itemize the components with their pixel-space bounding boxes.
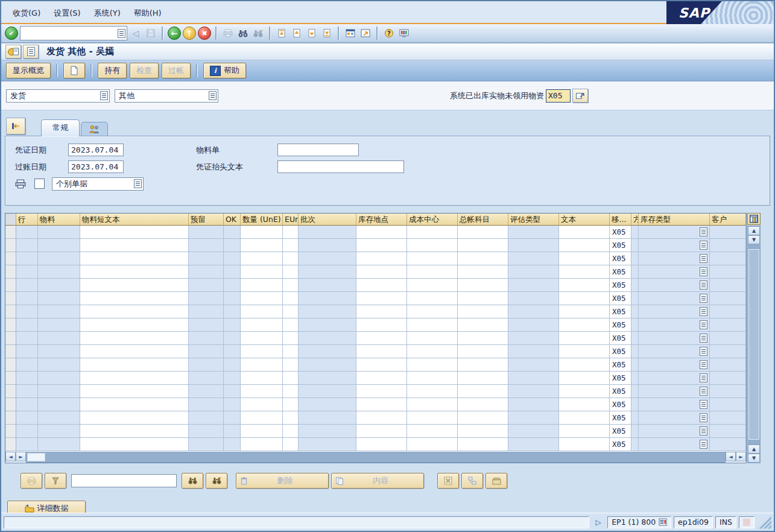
item-search-input[interactable] [71,474,177,487]
cell-gl_account[interactable] [458,332,508,345]
cell-valuation_type[interactable] [508,438,559,451]
cell-eun[interactable] [283,385,299,398]
cell-valuation_type[interactable] [508,398,559,411]
cell-ok[interactable] [224,398,241,411]
cell-direction[interactable] [631,425,639,438]
cell-batch[interactable] [299,252,356,265]
cell-direction[interactable] [631,398,639,411]
cell-material_short_text[interactable] [80,345,189,358]
cell-ok[interactable] [224,252,241,265]
row-selector[interactable] [5,358,16,372]
close-header-button[interactable] [6,118,25,135]
cell-ok[interactable] [224,345,241,358]
cell-gl_account[interactable] [458,372,508,385]
cell-stock_type[interactable] [639,332,710,345]
cell-batch[interactable] [299,239,356,252]
cell-movement_type[interactable]: X05 [610,398,631,411]
cell-movement_type[interactable]: X05 [610,372,631,385]
dropdown-icon[interactable] [134,179,142,188]
cell-line[interactable] [16,305,38,318]
row-selector[interactable] [5,425,16,438]
cell-quantity[interactable] [241,318,283,332]
dropdown-icon[interactable] [100,91,108,100]
cell-material_short_text[interactable] [80,279,189,292]
display-detail-button[interactable] [572,89,588,103]
column-header-storage_location[interactable]: 库存地点 [356,214,407,226]
menu-goods-receipt[interactable]: 收货(G) [6,5,47,23]
cell-ok[interactable] [224,425,241,438]
cell-movement_type[interactable]: X05 [610,252,631,265]
cell-storage_location[interactable] [356,332,407,345]
cell-text[interactable] [559,398,610,411]
cell-customer[interactable] [710,332,746,345]
cell-material[interactable] [38,398,80,411]
stock-type-dropdown-icon[interactable] [700,440,707,449]
next-page-icon[interactable] [305,27,318,40]
cell-direction[interactable] [631,239,639,252]
scroll-down-icon[interactable] [748,454,760,463]
cell-stock_type[interactable] [639,345,710,358]
cell-material[interactable] [38,265,80,279]
cell-gl_account[interactable] [458,265,508,279]
cell-material[interactable] [38,226,80,239]
cell-direction[interactable] [631,318,639,332]
cell-stock_type[interactable] [639,279,710,292]
print-checkbox[interactable] [34,179,45,189]
cell-valuation_type[interactable] [508,279,559,292]
cell-line[interactable] [16,372,38,385]
cell-gl_account[interactable] [458,318,508,332]
cell-movement_type[interactable]: X05 [610,358,631,372]
cell-batch[interactable] [299,385,356,398]
cell-movement_type[interactable]: X05 [610,239,631,252]
cell-movement_type[interactable]: X05 [610,226,631,239]
cell-direction[interactable] [631,372,639,385]
cell-eun[interactable] [283,425,299,438]
cell-line[interactable] [16,398,38,411]
column-header-cost_center[interactable]: 成本中心 [407,214,458,226]
cell-gl_account[interactable] [458,411,508,425]
stock-type-dropdown-icon[interactable] [700,307,707,316]
cell-eun[interactable] [283,332,299,345]
hold-button[interactable]: 持有 [98,63,127,78]
detail-data-button[interactable]: 详细数据 [7,501,86,513]
cell-material[interactable] [38,385,80,398]
cell-material_short_text[interactable] [80,226,189,239]
stock-type-dropdown-icon[interactable] [700,334,707,343]
cell-batch[interactable] [299,438,356,451]
cell-stock_type[interactable] [639,226,710,239]
find-next-items-button[interactable] [206,473,227,489]
cell-valuation_type[interactable] [508,292,559,305]
cell-line[interactable] [16,239,38,252]
cell-material[interactable] [38,358,80,372]
header-text-field[interactable] [277,160,404,173]
cell-eun[interactable] [283,265,299,279]
cell-stock_type[interactable] [639,292,710,305]
cell-customer[interactable] [710,438,746,451]
row-selector[interactable] [5,411,16,425]
cell-reservation[interactable] [189,239,224,252]
cell-ok[interactable] [224,385,241,398]
scroll-left-icon[interactable] [726,452,736,461]
cell-direction[interactable] [631,292,639,305]
cell-batch[interactable] [299,265,356,279]
cell-eun[interactable] [283,398,299,411]
find-items-button[interactable] [182,473,203,489]
cell-text[interactable] [559,385,610,398]
cell-direction[interactable] [631,279,639,292]
cell-cost_center[interactable] [407,305,458,318]
check-button[interactable]: 检查 [130,63,159,78]
cell-material[interactable] [38,318,80,332]
cell-material_short_text[interactable] [80,358,189,372]
cell-material[interactable] [38,279,80,292]
cell-text[interactable] [559,252,610,265]
cell-quantity[interactable] [241,425,283,438]
cell-quantity[interactable] [241,385,283,398]
stock-type-dropdown-icon[interactable] [700,241,707,250]
cell-text[interactable] [559,292,610,305]
cell-stock_type[interactable] [639,385,710,398]
stock-type-dropdown-icon[interactable] [700,360,707,369]
cell-text[interactable] [559,239,610,252]
stock-type-dropdown-icon[interactable] [700,280,707,290]
cancel-icon[interactable] [198,27,211,40]
dropdown-icon[interactable] [209,91,217,100]
